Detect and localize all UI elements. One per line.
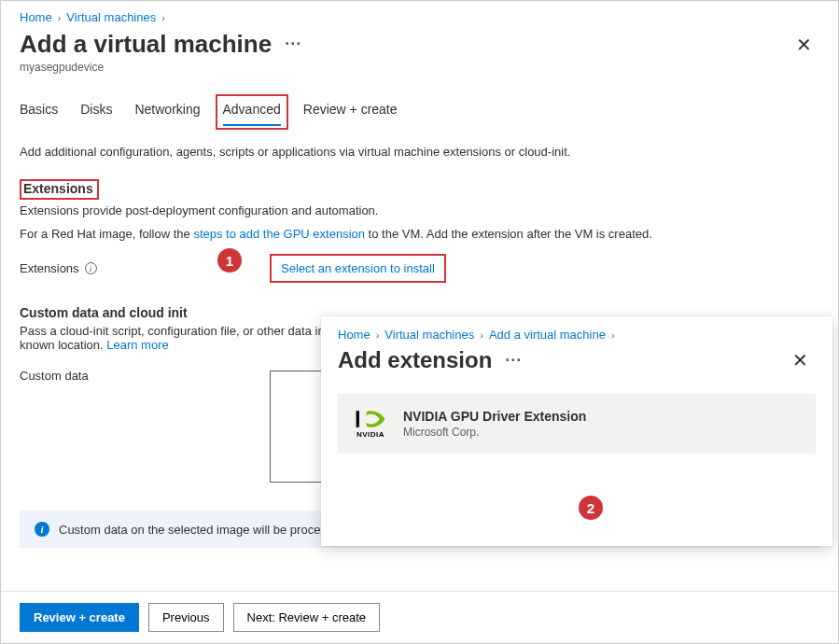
wizard-footer: Review + create Previous Next: Review + …	[1, 591, 838, 643]
extension-card-publisher: Microsoft Corp.	[403, 426, 586, 439]
select-extension-link[interactable]: Select an extension to install	[281, 261, 435, 275]
gpu-extension-steps-link[interactable]: steps to add the GPU extension	[193, 227, 365, 241]
chevron-right-icon: ›	[58, 12, 62, 23]
breadcrumb: Home › Virtual machines › Add a virtual …	[338, 328, 816, 342]
more-actions-button[interactable]: ···	[285, 35, 301, 54]
tabs: Basics Disks Networking Advanced Review …	[20, 98, 819, 128]
callout-badge-2: 2	[579, 496, 603, 520]
breadcrumb-virtual-machines[interactable]: Virtual machines	[66, 10, 156, 24]
overlay-title: Add extension ···	[338, 347, 522, 373]
breadcrumb-add-vm[interactable]: Add a virtual machine	[489, 328, 606, 342]
more-actions-button[interactable]: ···	[505, 351, 522, 371]
redhat-note: For a Red Hat image, follow the steps to…	[20, 227, 819, 241]
review-create-button[interactable]: Review + create	[20, 603, 139, 632]
extensions-field-label: Extensions	[20, 261, 79, 275]
advanced-intro-text: Add additional configuration, agents, sc…	[20, 145, 819, 159]
info-icon: i	[35, 522, 49, 537]
callout-badge-1: 1	[217, 248, 242, 273]
breadcrumb-home[interactable]: Home	[20, 10, 52, 24]
callout-box-select-extension: Select an extension to install	[270, 254, 446, 283]
svg-rect-0	[357, 411, 359, 427]
callout-box-advanced-tab: Advanced	[216, 94, 288, 130]
close-icon[interactable]: ✕	[785, 347, 816, 373]
previous-button[interactable]: Previous	[148, 603, 224, 632]
extension-card-title: NVIDIA GPU Driver Extension	[403, 409, 586, 424]
extensions-desc: Extensions provide post-deployment confi…	[20, 203, 819, 217]
page-title-text: Add a virtual machine	[20, 30, 272, 59]
callout-box-extensions-heading: Extensions	[20, 179, 99, 200]
add-extension-panel: Home › Virtual machines › Add a virtual …	[321, 316, 832, 546]
tab-advanced[interactable]: Advanced	[223, 98, 281, 126]
tab-networking[interactable]: Networking	[134, 98, 200, 128]
extensions-heading: Extensions	[23, 181, 93, 196]
redhat-suffix: to the VM. Add the extension after the V…	[365, 227, 652, 241]
tab-review-create[interactable]: Review + create	[303, 98, 398, 128]
tab-basics[interactable]: Basics	[20, 98, 58, 128]
nvidia-logo-icon: NVIDIA	[355, 409, 386, 439]
chevron-right-icon: ›	[611, 329, 615, 341]
breadcrumb-virtual-machines[interactable]: Virtual machines	[385, 328, 474, 342]
nvidia-logo-text: NVIDIA	[357, 430, 385, 439]
chevron-right-icon: ›	[376, 329, 380, 341]
close-icon[interactable]: ✕	[789, 32, 819, 58]
breadcrumb: Home › Virtual machines ›	[20, 10, 819, 24]
custom-data-learn-more-link[interactable]: Learn more	[106, 338, 168, 352]
page-title: Add a virtual machine ···	[20, 30, 301, 59]
info-icon[interactable]: i	[85, 262, 97, 274]
breadcrumb-home[interactable]: Home	[338, 328, 371, 342]
extension-card-nvidia[interactable]: NVIDIA NVIDIA GPU Driver Extension Micro…	[338, 394, 816, 454]
tab-disks[interactable]: Disks	[80, 98, 112, 128]
chevron-right-icon: ›	[161, 12, 165, 23]
custom-data-field-label: Custom data	[20, 369, 89, 383]
chevron-right-icon: ›	[480, 329, 483, 341]
next-button[interactable]: Next: Review + create	[233, 603, 381, 632]
redhat-prefix: For a Red Hat image, follow the	[20, 227, 193, 241]
overlay-title-text: Add extension	[338, 347, 492, 373]
page-subtitle: myasegpudevice	[20, 61, 819, 74]
